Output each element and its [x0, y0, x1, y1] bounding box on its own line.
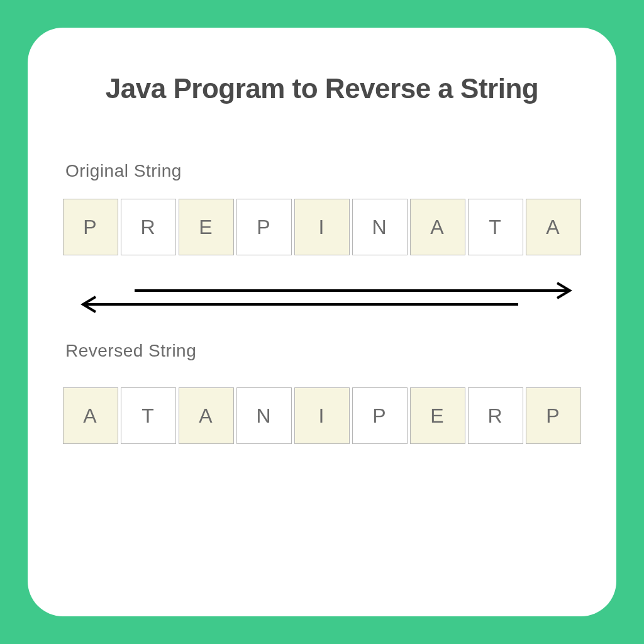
- char-cell: P: [526, 387, 581, 444]
- char-cell: E: [410, 387, 465, 444]
- char-cell: A: [410, 199, 465, 255]
- char-cell: I: [294, 387, 350, 444]
- char-cell: A: [526, 199, 581, 255]
- char-cell: P: [352, 387, 408, 444]
- reversed-label: Reversed String: [65, 341, 581, 361]
- original-string-row: P R E P I N A T A: [63, 199, 581, 255]
- char-cell: T: [121, 387, 176, 444]
- char-cell: P: [63, 199, 118, 255]
- char-cell: N: [352, 199, 408, 255]
- char-cell: P: [236, 199, 292, 255]
- char-cell: E: [179, 199, 234, 255]
- char-cell: A: [63, 387, 118, 444]
- char-cell: T: [468, 199, 523, 255]
- char-cell: A: [179, 387, 234, 444]
- original-label: Original String: [65, 161, 581, 181]
- reversed-string-row: A T A N I P E R P: [63, 387, 581, 444]
- page-title: Java Program to Reverse a String: [63, 73, 581, 104]
- swap-arrows-icon: [63, 279, 581, 317]
- char-cell: R: [121, 199, 176, 255]
- diagram-card: Java Program to Reverse a String Origina…: [28, 28, 616, 616]
- char-cell: I: [294, 199, 350, 255]
- char-cell: N: [236, 387, 292, 444]
- char-cell: R: [468, 387, 523, 444]
